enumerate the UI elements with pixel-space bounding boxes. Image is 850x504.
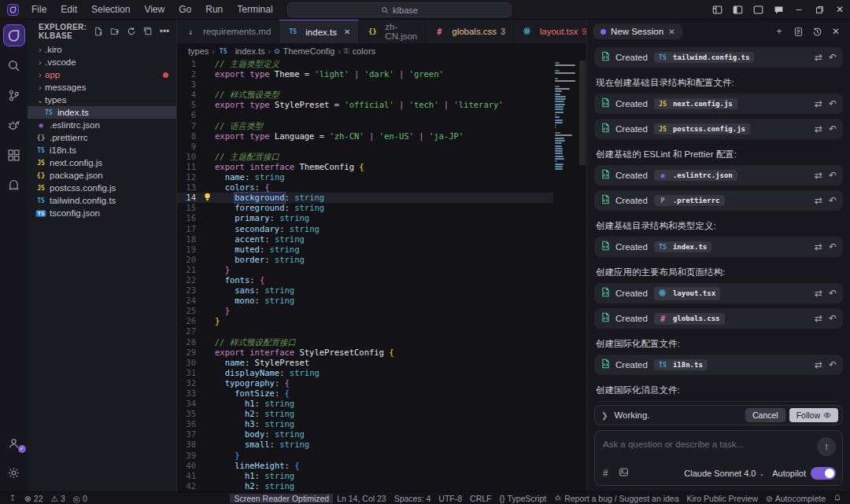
breadcrumb-item[interactable]: types: [188, 46, 209, 56]
kiro-explorer-icon[interactable]: [3, 24, 25, 46]
status-item-kiro-public-preview[interactable]: Kiro Public Preview: [683, 494, 762, 503]
model-selector[interactable]: Claude Sonnet 4.0 ⌄: [684, 469, 764, 478]
context-hash-icon[interactable]: #: [603, 468, 619, 479]
file-chip[interactable]: TSindex.ts: [654, 241, 711, 252]
folder-app[interactable]: ›app: [28, 68, 176, 81]
close-panel-icon[interactable]: ✕: [828, 24, 844, 39]
history-icon[interactable]: [809, 24, 825, 39]
undo-icon[interactable]: ↶: [829, 52, 837, 63]
file-i18n.ts[interactable]: TSi18n.ts: [28, 144, 176, 156]
file-chip[interactable]: layout.tsx: [654, 287, 720, 300]
file-action-card[interactable]: CreatedJSpostcss.config.js⇄↶: [594, 119, 843, 139]
menu-run[interactable]: Run: [199, 2, 229, 17]
status-item-3[interactable]: ⚠3: [47, 494, 69, 503]
undo-icon[interactable]: ↶: [829, 98, 837, 109]
file-action-card[interactable]: Created#globals.css⇄↶: [594, 308, 843, 329]
status-item-spaces-4[interactable]: Spaces: 4: [390, 494, 435, 503]
new-file-icon[interactable]: [91, 24, 105, 39]
status-item-crlf[interactable]: CRLF: [466, 494, 495, 503]
menu-selection[interactable]: Selection: [85, 2, 136, 17]
undo-icon[interactable]: ↶: [829, 241, 837, 252]
file-next.config.js[interactable]: JSnext.config.js: [28, 156, 176, 169]
file-action-card[interactable]: CreatedJSnext.config.js⇄↶: [594, 94, 843, 114]
file-action-card[interactable]: Createdlayout.tsx⇄↶: [594, 283, 843, 304]
file-chip[interactable]: JSpostcss.config.js: [654, 123, 750, 134]
chevron-right-icon[interactable]: ❯: [601, 411, 608, 420]
tab-index.ts[interactable]: TSindex.ts✕: [279, 20, 359, 43]
file-index.ts[interactable]: TSindex.ts: [28, 106, 176, 119]
file-action-card[interactable]: CreatedTSi18n.ts⇄↶: [594, 355, 843, 375]
file-tsconfig.json[interactable]: TStsconfig.json: [28, 207, 176, 219]
status-item-ln-14-col-23[interactable]: Ln 14, Col 23: [333, 494, 390, 503]
restore-icon[interactable]: [809, 0, 830, 20]
folder-.vscode[interactable]: ›.vscode: [28, 56, 176, 68]
status-item-22[interactable]: ⊗22: [20, 494, 47, 503]
undo-icon[interactable]: ↶: [829, 313, 837, 324]
file-chip[interactable]: ◉.eslintrc.json: [654, 170, 737, 181]
file-chip[interactable]: P.prettierrc: [654, 195, 725, 206]
account-icon[interactable]: [3, 432, 25, 454]
new-folder-icon[interactable]: [108, 24, 122, 39]
layout-customize-icon[interactable]: [707, 0, 727, 20]
tab-zh-CN.json[interactable]: {}zh-CN.json: [359, 20, 426, 43]
close-icon[interactable]: ✕: [830, 0, 850, 20]
folder-types[interactable]: ⌄types: [28, 94, 176, 106]
menu-view[interactable]: View: [138, 2, 171, 17]
close-session-icon[interactable]: ✕: [668, 28, 674, 36]
breadcrumb-item[interactable]: ThemeConfig: [283, 46, 334, 56]
task-list-icon[interactable]: [790, 24, 806, 39]
file-.prettierrc[interactable]: {}.prettierrc: [28, 131, 176, 144]
file-chip[interactable]: TSi18n.ts: [654, 359, 708, 370]
file-chip[interactable]: JSnext.config.js: [654, 98, 737, 109]
settings-gear-icon[interactable]: [3, 462, 25, 484]
minimap[interactable]: [553, 59, 578, 491]
menu-go[interactable]: Go: [172, 2, 198, 17]
breadcrumb[interactable]: types›TSindex.ts›⊙ThemeConfig›⚿colors: [177, 43, 586, 59]
minimize-icon[interactable]: –: [789, 0, 809, 20]
undo-icon[interactable]: ↶: [829, 288, 837, 299]
debug-icon[interactable]: [3, 114, 25, 136]
source-control-icon[interactable]: [3, 84, 25, 106]
tab-globals.css[interactable]: #globals.css3: [426, 20, 513, 43]
menu-file[interactable]: File: [25, 2, 53, 17]
chat-input[interactable]: Ask a question or describe a task... ↑ #…: [594, 430, 843, 486]
view-diff-icon[interactable]: ⇄: [815, 313, 822, 324]
undo-icon[interactable]: ↶: [829, 195, 837, 206]
chat-icon[interactable]: [768, 0, 789, 20]
file-action-card[interactable]: CreatedTSindex.ts⇄↶: [594, 237, 843, 257]
cancel-button[interactable]: Cancel: [745, 408, 785, 422]
breadcrumb-item[interactable]: colors: [353, 46, 375, 56]
lightbulb-icon[interactable]: [204, 195, 211, 203]
file-action-card[interactable]: Created◉.eslintrc.json⇄↶: [594, 165, 843, 186]
file-package.json[interactable]: {}package.json: [28, 169, 176, 182]
status-item-typescript[interactable]: {}TypeScript: [496, 494, 551, 503]
view-diff-icon[interactable]: ⇄: [815, 170, 822, 181]
code-editor[interactable]: 1// 主题类型定义2export type Theme = 'light' |…: [177, 59, 586, 491]
view-diff-icon[interactable]: ⇄: [815, 241, 822, 252]
extensions-icon[interactable]: [3, 144, 25, 166]
more-actions-icon[interactable]: •••: [157, 24, 172, 39]
menu-edit[interactable]: Edit: [54, 2, 83, 17]
status-item-autocomplete[interactable]: ⊘Autocomplete: [762, 494, 830, 503]
file-.eslintrc.json[interactable]: ◉.eslintrc.json: [28, 119, 176, 131]
breadcrumb-item[interactable]: index.ts: [235, 46, 265, 56]
new-session-icon[interactable]: +: [771, 24, 787, 39]
file-tailwind.config.ts[interactable]: TStailwind.config.ts: [28, 194, 176, 207]
file-postcss.config.js[interactable]: JSpostcss.config.js: [28, 182, 176, 194]
file-action-card[interactable]: CreatedTStailwind.config.ts⇄↶: [594, 47, 843, 68]
close-tab-icon[interactable]: ✕: [344, 28, 350, 36]
status-item-utf-8[interactable]: UTF-8: [434, 494, 466, 503]
status-item[interactable]: [5, 494, 20, 503]
status-item-0[interactable]: ◎0: [69, 494, 91, 503]
autopilot-toggle[interactable]: [811, 467, 836, 480]
undo-icon[interactable]: ↶: [829, 359, 837, 370]
editor-scrollbar[interactable]: [578, 59, 586, 491]
status-item-screen-reader-optimized[interactable]: Screen Reader Optimized: [230, 494, 333, 503]
toggle-sidebar-icon[interactable]: [727, 0, 748, 20]
undo-icon[interactable]: ↶: [829, 170, 837, 181]
file-chip[interactable]: TStailwind.config.ts: [654, 52, 755, 63]
file-action-card[interactable]: CreatedP.prettierrc⇄↶: [594, 190, 843, 211]
folder-messages[interactable]: ›messages: [28, 81, 176, 94]
view-diff-icon[interactable]: ⇄: [815, 359, 822, 370]
toggle-panel-icon[interactable]: [748, 0, 768, 20]
